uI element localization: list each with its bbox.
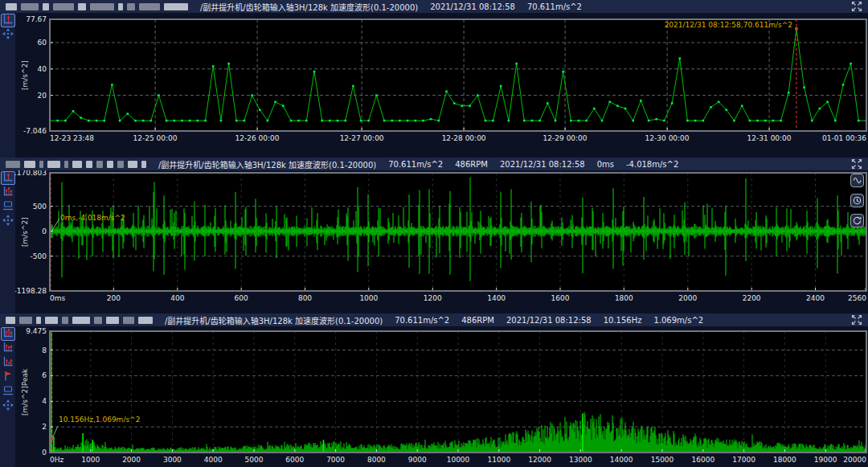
x-tick-label: 10000 bbox=[447, 456, 470, 464]
measurement-path: /副井提升机/齿轮箱输入轴3H/128k 加速度波形(0.1-20000) bbox=[165, 314, 383, 326]
pan-tool[interactable] bbox=[1, 28, 15, 42]
expand-icon[interactable] bbox=[851, 1, 862, 12]
expand-icon[interactable] bbox=[851, 314, 862, 326]
datetime-text: 2021/12/31 08:12:58 bbox=[506, 316, 592, 325]
spectrum-tool[interactable] bbox=[1, 186, 15, 199]
x-tick-label: 2560 bbox=[848, 294, 866, 302]
waveform-icon bbox=[2, 170, 14, 186]
x-tick-label: 8000 bbox=[367, 456, 386, 464]
pan-tool[interactable] bbox=[1, 215, 15, 228]
x-tick-label: 6000 bbox=[285, 456, 304, 464]
x-tick-label: 12-23 23:48 bbox=[50, 134, 94, 142]
spectrum-tool[interactable] bbox=[1, 327, 15, 341]
x-tick-label: 12-26 00:00 bbox=[235, 134, 280, 142]
x-tick-label: 12000 bbox=[528, 456, 551, 464]
x-tick-label: 12-27 00:00 bbox=[340, 134, 384, 142]
trend-icon bbox=[2, 13, 14, 29]
x-tick-label: 0Hz bbox=[50, 456, 63, 464]
x-tick-label: 1600 bbox=[551, 294, 570, 302]
amplitude-text: 70.611m/s^2 bbox=[395, 316, 449, 325]
x-tick-label: 18000 bbox=[773, 456, 796, 464]
screen-tool[interactable] bbox=[1, 385, 15, 399]
harmonics-icon bbox=[2, 341, 14, 357]
waveform-plot[interactable] bbox=[50, 173, 866, 291]
x-tick-label: 2000 bbox=[122, 456, 141, 464]
x-tick-label: 4000 bbox=[204, 456, 223, 464]
cursor-time-text: 0ms bbox=[597, 160, 614, 169]
spectrum-titlebar: /副井提升机/齿轮箱输入轴3H/128k 加速度波形(0.1-20000) 70… bbox=[0, 313, 868, 326]
datetime-text: 2021/12/31 08:12:58 bbox=[430, 2, 515, 11]
x-tick-label: 1000 bbox=[81, 456, 100, 464]
screen-tool[interactable] bbox=[1, 200, 15, 214]
x-tick-label: 3000 bbox=[163, 456, 182, 464]
cursor-value-text: 1.069m/s^2 bbox=[653, 316, 703, 325]
x-tick-label: 800 bbox=[298, 294, 312, 302]
screen-icon bbox=[2, 199, 14, 215]
cursor-value-text: -4.018m/s^2 bbox=[626, 160, 678, 169]
x-tick-label: 19000 bbox=[814, 456, 837, 464]
x-tick-label: 01-01 00:36 bbox=[822, 134, 866, 142]
x-tick-label: 14000 bbox=[610, 456, 633, 464]
redacted-text bbox=[6, 317, 153, 324]
x-tick-label: 12-25 00:00 bbox=[133, 134, 178, 142]
x-tick-label: 17000 bbox=[732, 456, 755, 464]
x-tick-label: 400 bbox=[170, 294, 184, 302]
redacted-text bbox=[6, 161, 146, 168]
peak-value-text: 70.611m/s^2 bbox=[527, 2, 582, 11]
x-tick-label: 0ms bbox=[50, 294, 65, 302]
sideband-tool[interactable] bbox=[1, 356, 15, 370]
x-tick-label: 9000 bbox=[408, 456, 427, 464]
spectrum-icon bbox=[2, 326, 14, 342]
sine-button[interactable] bbox=[850, 174, 864, 187]
amplitude-text: 70.611m/s^2 bbox=[388, 160, 443, 169]
waveform-titlebar: /副井提升机/齿轮箱输入轴3H/128k 加速度波形(0.1-20000) 70… bbox=[0, 158, 868, 170]
x-tick-label: 2400 bbox=[806, 294, 825, 302]
y-axis-unit-label: [m/s^2] bbox=[21, 19, 29, 131]
redacted-text bbox=[6, 3, 188, 10]
spectrum-plot[interactable] bbox=[50, 331, 866, 453]
pan-tool[interactable] bbox=[1, 399, 15, 413]
x-tick-label: 1200 bbox=[424, 294, 442, 302]
waveform-tool[interactable] bbox=[1, 171, 15, 185]
flag-tool[interactable] bbox=[1, 371, 15, 384]
trend-tool[interactable] bbox=[1, 14, 15, 27]
app-root: /副井提升机/齿轮箱输入轴3H/128k 加速度波形(0.1-20000) 20… bbox=[0, 0, 868, 467]
harmonics-tool[interactable] bbox=[1, 342, 15, 355]
clock-button[interactable] bbox=[850, 194, 864, 207]
x-tick-label: 200 bbox=[107, 294, 121, 302]
measurement-path: /副井提升机/齿轮箱输入轴3H/128k 加速度波形(0.1-20000) bbox=[158, 158, 376, 170]
x-tick-label: 2200 bbox=[743, 294, 761, 302]
screen-icon bbox=[2, 384, 14, 400]
x-tick-label: 1000 bbox=[359, 294, 378, 302]
waveform-side-buttons bbox=[850, 174, 864, 227]
x-tick-label: 12-31 00:00 bbox=[747, 134, 792, 142]
datetime-text: 2021/12/31 08:12:58 bbox=[500, 160, 585, 169]
waveform-cursor-annotation: 0ms,-4.018m/s^2 bbox=[60, 214, 125, 222]
waveform-toolbar bbox=[0, 170, 15, 313]
trend-plot[interactable] bbox=[50, 19, 866, 131]
x-tick-label: 7000 bbox=[326, 456, 345, 464]
x-tick-label: 1400 bbox=[487, 294, 506, 302]
rpm-text: 486RPM bbox=[455, 160, 488, 169]
pan-icon bbox=[2, 399, 14, 415]
pan-icon bbox=[2, 214, 14, 230]
flag-icon bbox=[2, 370, 14, 386]
x-tick-label: 12-30 00:00 bbox=[645, 134, 690, 142]
pan-icon bbox=[2, 27, 14, 43]
spectrum-icon bbox=[2, 185, 14, 201]
x-tick-label: 5000 bbox=[245, 456, 264, 464]
trend-titlebar: /副井提升机/齿轮箱输入轴3H/128k 加速度波形(0.1-20000) 20… bbox=[0, 0, 868, 13]
measurement-path: /副井提升机/齿轮箱输入轴3H/128k 加速度波形(0.1-20000) bbox=[200, 1, 418, 13]
expand-icon[interactable] bbox=[851, 158, 862, 170]
trend-toolbar bbox=[0, 13, 15, 158]
x-tick-label: 20000 bbox=[843, 456, 866, 464]
x-tick-label: 13000 bbox=[569, 456, 592, 464]
x-tick-label: 12-29 00:00 bbox=[543, 134, 588, 142]
x-tick-label: 2000 bbox=[678, 294, 697, 302]
refresh-button[interactable] bbox=[850, 214, 864, 227]
cursor-freq-text: 10.156Hz bbox=[604, 316, 642, 325]
rpm-text: 486RPM bbox=[461, 316, 494, 325]
x-tick-label: 16000 bbox=[691, 456, 714, 464]
x-tick-label: 1800 bbox=[615, 294, 633, 302]
x-tick-label: 600 bbox=[235, 294, 248, 302]
